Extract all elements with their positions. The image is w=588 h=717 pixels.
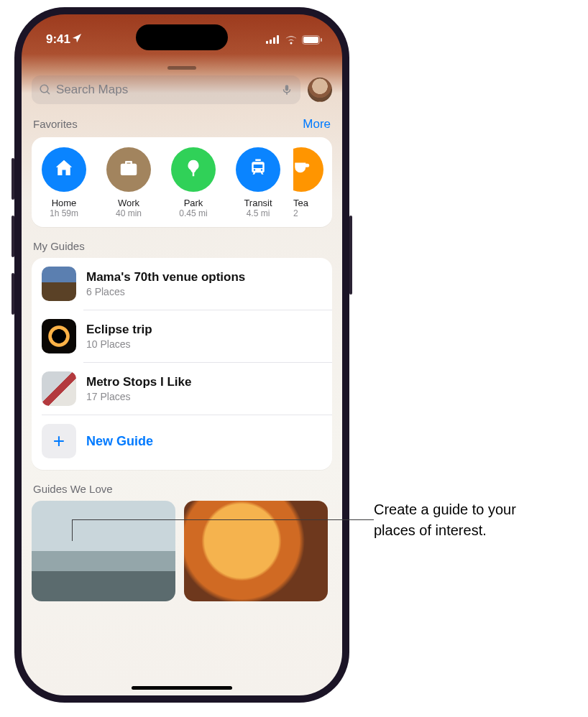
plus-icon: + [42, 424, 76, 458]
new-guide-label: New Guide [86, 434, 153, 449]
search-bar[interactable]: Search Maps [32, 75, 300, 104]
favorite-sublabel: 1h 59m [50, 208, 78, 218]
favorite-transit[interactable]: Transit 4.5 mi [229, 147, 288, 218]
battery-icon [302, 35, 322, 45]
svg-rect-5 [303, 37, 318, 43]
tram-icon [247, 157, 269, 182]
favorites-title: Favorites [33, 118, 78, 130]
guide-title: Metro Stops I Like [86, 375, 191, 389]
svg-rect-1 [270, 40, 272, 44]
favorite-home[interactable]: Home 1h 59m [35, 147, 93, 218]
svg-rect-6 [321, 38, 322, 42]
cellular-signal-icon [266, 35, 280, 44]
guide-thumbnail [42, 371, 76, 406]
status-time: 9:41 [46, 32, 70, 47]
favorite-work[interactable]: Work 40 min [99, 147, 158, 218]
tree-icon [183, 157, 204, 182]
my-guides-card: Mama's 70th venue options 6 Places Eclip… [32, 258, 332, 470]
callout-text: Create a guide to your places of interes… [374, 499, 575, 541]
guide-row[interactable]: Mama's 70th venue options 6 Places [32, 258, 332, 310]
briefcase-icon [118, 157, 139, 182]
guide-card[interactable] [184, 501, 328, 601]
favorite-park[interactable]: Park 0.45 mi [164, 147, 223, 218]
favorite-label: Park [184, 198, 203, 208]
profile-avatar[interactable] [308, 78, 332, 102]
favorite-label: Tea [293, 198, 308, 208]
svg-rect-2 [273, 37, 275, 44]
guide-title: Eclipse trip [86, 323, 152, 337]
favorite-more-item[interactable]: Tea 2 [293, 147, 329, 218]
guide-thumbnail [42, 267, 76, 301]
phone-frame: 9:41 [14, 7, 349, 703]
search-icon [39, 83, 52, 96]
dynamic-island [136, 24, 228, 50]
my-guides-title: My Guides [33, 240, 85, 252]
guides-we-love-row[interactable] [32, 501, 332, 601]
favorite-sublabel: 40 min [116, 208, 142, 218]
favorite-label: Work [118, 198, 139, 208]
guide-title: Mama's 70th venue options [86, 270, 245, 285]
guides-we-love-title: Guides We Love [33, 483, 113, 495]
guide-row[interactable]: Eclipse trip 10 Places [32, 310, 332, 362]
guide-subtitle: 10 Places [86, 338, 152, 350]
microphone-icon[interactable] [280, 83, 293, 96]
wifi-icon [285, 35, 298, 45]
callout-leader-line [72, 519, 374, 520]
guide-card[interactable] [32, 501, 175, 601]
home-indicator[interactable] [132, 686, 232, 690]
favorite-sublabel: 2 [293, 208, 298, 218]
favorite-label: Home [52, 198, 77, 208]
guide-thumbnail [42, 319, 76, 353]
cup-icon [293, 157, 312, 182]
guide-subtitle: 17 Places [86, 391, 191, 402]
favorite-sublabel: 4.5 mi [247, 208, 270, 218]
favorites-card: Home 1h 59m Work 40 min [32, 137, 332, 227]
guide-subtitle: 6 Places [86, 286, 245, 297]
sheet-grabber[interactable] [167, 66, 196, 70]
home-icon [53, 157, 75, 182]
favorite-sublabel: 0.45 mi [179, 208, 207, 218]
search-placeholder: Search Maps [56, 83, 276, 97]
svg-rect-0 [266, 41, 268, 44]
svg-rect-3 [277, 35, 279, 44]
guide-row[interactable]: Metro Stops I Like 17 Places [32, 363, 332, 415]
screen: 9:41 [22, 14, 342, 695]
favorite-label: Transit [244, 198, 272, 208]
favorites-more-link[interactable]: More [303, 117, 331, 131]
location-services-icon [72, 32, 82, 47]
new-guide-button[interactable]: + New Guide [32, 415, 332, 470]
